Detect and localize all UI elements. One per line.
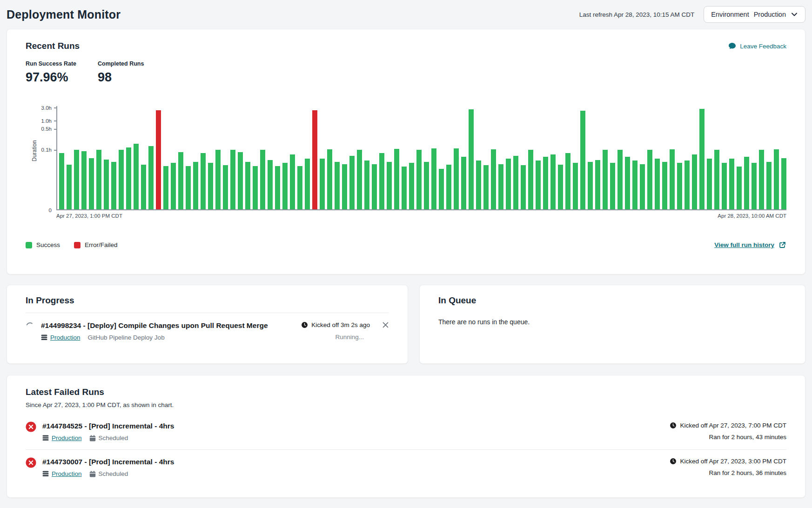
chart-bar-success[interactable]: [372, 164, 377, 209]
chart-bar-success[interactable]: [431, 148, 436, 209]
chart-bar-success[interactable]: [59, 153, 64, 209]
environment-tag-link[interactable]: Production: [41, 334, 81, 341]
chart-bar-success[interactable]: [662, 162, 667, 209]
chart-bar-success[interactable]: [89, 158, 94, 209]
chart-bar-success[interactable]: [305, 159, 310, 209]
chart-bar-success[interactable]: [774, 149, 779, 209]
chart-bar-success[interactable]: [766, 162, 772, 209]
chart-bar-success[interactable]: [81, 151, 87, 209]
chart-bar-success[interactable]: [201, 153, 206, 209]
chart-bar-success[interactable]: [670, 149, 675, 209]
chart-bar-success[interactable]: [491, 149, 496, 209]
environment-dropdown[interactable]: Environment Production: [704, 6, 805, 23]
chart-bar-success[interactable]: [483, 165, 489, 209]
chart-bar-success[interactable]: [223, 165, 228, 209]
chart-bar-success[interactable]: [208, 163, 213, 209]
chart-bar-success[interactable]: [171, 163, 176, 209]
chart-bar-success[interactable]: [342, 164, 347, 209]
chart-bar-success[interactable]: [729, 159, 734, 209]
view-full-run-history-link[interactable]: View full run history: [714, 241, 786, 249]
chart-bar-success[interactable]: [268, 160, 273, 209]
chart-bar-success[interactable]: [260, 150, 265, 209]
chart-bar-success[interactable]: [186, 166, 191, 209]
chart-bar-success[interactable]: [506, 159, 511, 209]
chart-bar-success[interactable]: [454, 148, 459, 209]
chart-bar-success[interactable]: [126, 147, 131, 210]
chart-bar-success[interactable]: [647, 150, 652, 209]
chart-bar-success[interactable]: [215, 150, 221, 209]
chart-bar-success[interactable]: [677, 163, 682, 209]
chart-bar-success[interactable]: [558, 165, 563, 209]
chart-bar-success[interactable]: [111, 162, 116, 209]
chart-bar-success[interactable]: [163, 166, 168, 209]
chart-bar-success[interactable]: [439, 169, 444, 209]
chart-bar-success[interactable]: [141, 165, 146, 209]
chart-bar-success[interactable]: [282, 163, 288, 209]
chart-bar-success[interactable]: [297, 166, 302, 209]
chart-bar-success[interactable]: [543, 157, 548, 209]
chart-bar-success[interactable]: [498, 164, 503, 209]
chart-bar-success[interactable]: [781, 158, 786, 209]
chart-bar-success[interactable]: [684, 160, 690, 209]
chart-bar-success[interactable]: [655, 159, 660, 209]
chart-bar-success[interactable]: [625, 157, 630, 209]
chart-bar-success[interactable]: [722, 163, 727, 209]
chart-bar-success[interactable]: [446, 165, 451, 209]
environment-tag-link[interactable]: Production: [42, 470, 82, 477]
chart-bar-success[interactable]: [394, 149, 399, 209]
chart-bar-success[interactable]: [230, 150, 235, 209]
chart-bar-success[interactable]: [387, 162, 392, 209]
chart-bar-success[interactable]: [320, 159, 325, 209]
dismiss-run-button[interactable]: [382, 321, 389, 328]
chart-bar-success[interactable]: [104, 160, 109, 209]
chart-bar-success[interactable]: [134, 144, 139, 209]
chart-bar-success[interactable]: [238, 152, 243, 209]
chart-bar-success[interactable]: [245, 162, 250, 209]
chart-bar-success[interactable]: [327, 149, 332, 209]
chart-bar-success[interactable]: [424, 162, 429, 209]
chart-bar-success[interactable]: [253, 166, 258, 209]
chart-bar-success[interactable]: [349, 156, 355, 209]
chart-bar-success[interactable]: [632, 160, 638, 209]
chart-bar-success[interactable]: [290, 154, 295, 209]
chart-bar-success[interactable]: [416, 150, 422, 209]
chart-bar-success[interactable]: [699, 109, 705, 209]
chart-bar-success[interactable]: [74, 150, 79, 209]
chart-bar-success[interactable]: [409, 163, 414, 209]
chart-bar-success[interactable]: [67, 165, 72, 209]
chart-bar-success[interactable]: [565, 153, 570, 209]
chart-bar-success[interactable]: [364, 160, 369, 209]
chart-bar-success[interactable]: [550, 154, 556, 209]
chart-bar-success[interactable]: [595, 160, 600, 209]
chart-bar-success[interactable]: [275, 166, 280, 209]
chart-bar-success[interactable]: [178, 152, 183, 209]
chart-bar-success[interactable]: [193, 162, 198, 209]
chart-bar-success[interactable]: [744, 157, 749, 209]
chart-bar-success[interactable]: [119, 150, 124, 209]
chart-bar-success[interactable]: [335, 162, 340, 209]
leave-feedback-link[interactable]: Leave Feedback: [728, 42, 786, 50]
chart-bar-success[interactable]: [707, 159, 712, 209]
chart-bar-success[interactable]: [640, 164, 645, 209]
chart-bar-success[interactable]: [469, 109, 474, 209]
chart-bar-success[interactable]: [714, 150, 719, 209]
chart-bar-success[interactable]: [610, 163, 615, 209]
chart-bar-success[interactable]: [580, 111, 585, 209]
chart-bar-success[interactable]: [573, 163, 578, 209]
chart-bar-success[interactable]: [528, 150, 533, 209]
chart-bar-error[interactable]: [156, 110, 161, 209]
chart-bar-success[interactable]: [759, 150, 764, 209]
environment-tag-link[interactable]: Production: [42, 434, 82, 441]
chart-bar-success[interactable]: [148, 146, 154, 209]
chart-bar-error[interactable]: [312, 110, 317, 209]
chart-bar-success[interactable]: [461, 157, 466, 209]
chart-bar-success[interactable]: [536, 160, 541, 209]
chart-bar-success[interactable]: [603, 150, 608, 209]
chart-bar-success[interactable]: [96, 150, 101, 209]
chart-bar-success[interactable]: [476, 160, 481, 209]
chart-bar-success[interactable]: [737, 167, 742, 209]
chart-bar-success[interactable]: [513, 156, 518, 209]
chart-bar-success[interactable]: [617, 150, 623, 209]
chart-bar-success[interactable]: [692, 154, 697, 209]
chart-bar-success[interactable]: [379, 153, 384, 209]
